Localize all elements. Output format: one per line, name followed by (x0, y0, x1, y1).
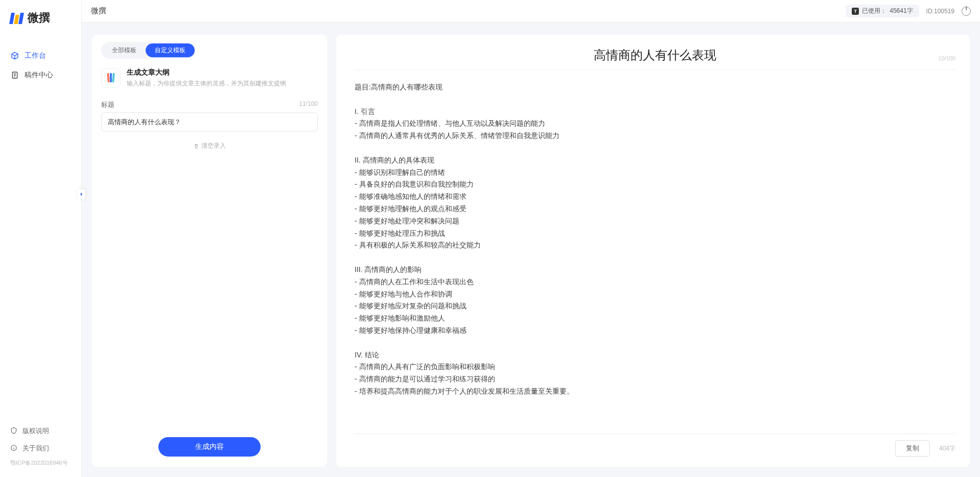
input-panel: 全部模板 自定义模板 生成文章大纲 输入标题，为你提供文章主体的灵感，并为其创建… (92, 35, 327, 467)
nav-label: 稿件中心 (25, 71, 53, 80)
trash-icon (193, 143, 199, 149)
nav-drafts[interactable]: 稿件中心 (0, 65, 81, 85)
token-icon: T (852, 8, 859, 15)
output-footer: 复制 404字 (355, 434, 955, 457)
output-title: 高情商的人有什么表现 (355, 44, 955, 70)
footer-label: 关于我们 (22, 444, 49, 453)
logo-icon (10, 12, 25, 24)
output-panel: 高情商的人有什么表现 10/100 题目:高情商的人有哪些表现 I. 引言 - … (336, 35, 970, 467)
nav: 工作台 稿件中心 (0, 41, 81, 422)
copy-button[interactable]: 复制 (895, 440, 930, 457)
output-title-counter: 10/100 (938, 55, 955, 61)
main: 微撰 T 已使用： 45641字 ID:100519 全部模板 自定义模板 (82, 0, 980, 477)
usage-value: 45641字 (890, 7, 913, 15)
books-icon (107, 73, 114, 82)
nav-workbench[interactable]: 工作台 (0, 46, 81, 65)
user-id: ID:100519 (926, 8, 954, 15)
workspace: 全部模板 自定义模板 生成文章大纲 输入标题，为你提供文章主体的灵感，并为其创建… (82, 22, 980, 477)
logo-text: 微撰 (28, 10, 50, 26)
word-count: 404字 (939, 444, 955, 453)
usage-pill[interactable]: T 已使用： 45641字 (846, 5, 919, 17)
info-icon (10, 444, 17, 453)
page-title: 微撰 (91, 6, 106, 16)
output-body[interactable]: 题目:高情商的人有哪些表现 I. 引言 - 高情商是指人们处理情绪、与他人互动以… (355, 75, 955, 398)
footer-about[interactable]: 关于我们 (0, 440, 81, 457)
logo[interactable]: 微撰 (0, 0, 81, 41)
shield-icon (10, 427, 17, 436)
nav-label: 工作台 (25, 51, 46, 60)
generate-button[interactable]: 生成内容 (158, 437, 261, 457)
title-field-label: 标题 (101, 100, 114, 109)
template-tabs: 全部模板 自定义模板 (101, 42, 196, 59)
tab-all-templates[interactable]: 全部模板 (103, 43, 146, 57)
sidebar: 微撰 工作台 稿件中心 版权说明 (0, 0, 82, 477)
title-input[interactable] (101, 112, 318, 131)
document-icon (10, 71, 19, 80)
template-icon (101, 68, 121, 87)
template-card: 生成文章大纲 输入标题，为你提供文章主体的灵感，并为其创建推文提纲 (101, 68, 318, 88)
title-field-counter: 11/100 (299, 100, 318, 109)
footer-label: 版权说明 (22, 426, 49, 436)
clear-input-button[interactable]: 清空录入 (193, 142, 226, 150)
topbar: 微撰 T 已使用： 45641字 ID:100519 (82, 0, 980, 22)
collapse-sidebar-button[interactable] (77, 189, 85, 199)
template-title: 生成文章大纲 (127, 68, 318, 77)
usage-label: 已使用： (862, 7, 886, 15)
cube-icon (10, 51, 19, 60)
tab-custom-template[interactable]: 自定义模板 (146, 43, 195, 57)
footer-nav: 版权说明 关于我们 鄂ICP备2022016946号 (0, 422, 81, 477)
icp-text: 鄂ICP备2022016946号 (0, 457, 81, 472)
power-icon[interactable] (962, 7, 971, 16)
footer-copyright[interactable]: 版权说明 (0, 422, 81, 440)
template-desc: 输入标题，为你提供文章主体的灵感，并为其创建推文提纲 (127, 79, 318, 88)
